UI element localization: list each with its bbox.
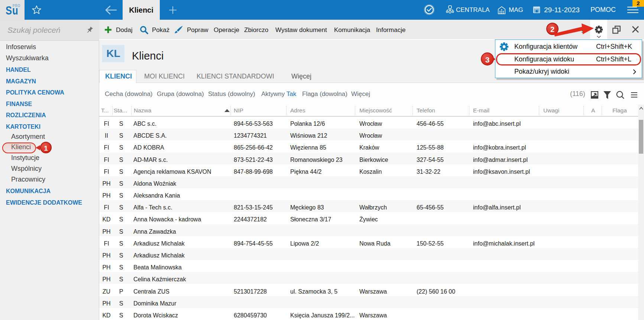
svg-text:S: S	[6, 4, 12, 17]
svg-text:PRO: PRO	[13, 3, 20, 8]
